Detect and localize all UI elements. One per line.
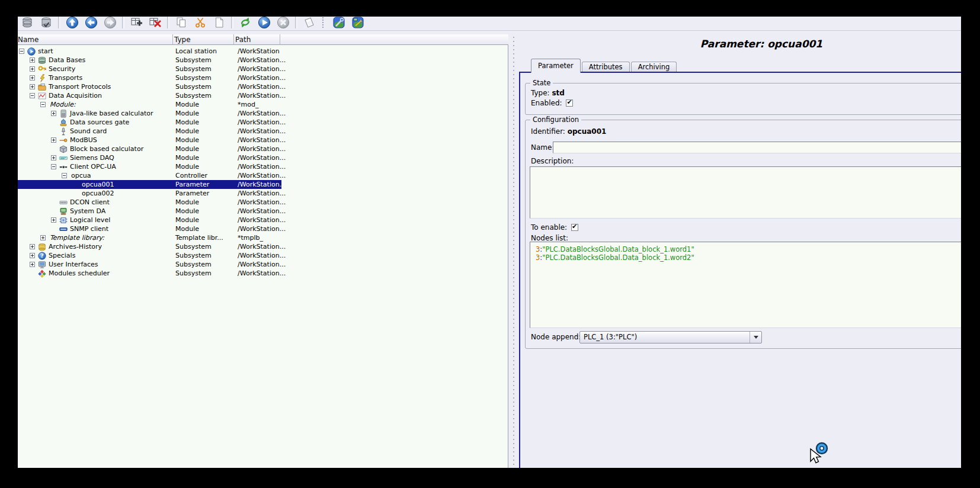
collapse-icon[interactable] [62,173,67,178]
toolbar-handle[interactable] [322,17,326,28]
back-button[interactable] [84,17,98,30]
tree-row-snmp-client[interactable]: SNMP clientModule/WorkStation... [18,224,281,233]
column-header-name[interactable]: Name [18,34,173,45]
tree-row-module[interactable]: Module:Module*mod_ [18,100,281,109]
clear-button[interactable] [302,17,316,30]
tree-row-sound-card[interactable]: Sound cardModule/WorkStation... [18,127,281,136]
tree-row-modbus[interactable]: ModBUSModule/WorkStation... [18,136,281,145]
forward-button[interactable] [103,17,117,30]
tree-row-transports[interactable]: TransportsSubsystem/WorkStation... [18,73,281,82]
collapse-icon[interactable] [19,49,24,54]
tree-item-path: /WorkStation... [238,118,286,127]
tree-item-path: /WorkStation [238,47,280,56]
tree-row-user-interfaces[interactable]: User InterfacesSubsystem/WorkStation... [18,260,281,269]
globe-wrench-icon [332,17,345,29]
tree-item-label: Block based calculator [70,145,143,153]
tree-item-type: Module [175,100,199,109]
expand-icon[interactable] [30,66,35,72]
tree-row-template-library[interactable]: Template library:Template libr...*tmplb_ [18,233,281,242]
delete-item-button[interactable] [148,17,162,30]
plus-line [32,68,33,70]
to-enable-checkbox[interactable] [571,224,578,231]
tree-item-label: System DA [70,207,105,216]
tree-row-opcua002[interactable]: opcua002Parameter/WorkStation... [18,189,281,198]
tree-row-dcon-client[interactable]: DCON clientModule/WorkStation... [18,198,281,207]
tree-item-label: opcua001 [82,180,114,189]
stop-button[interactable] [276,17,290,30]
expand-icon[interactable] [30,253,35,258]
module-tools-button[interactable] [332,17,346,30]
snmp-icon [59,224,68,233]
refresh-icon [239,17,252,29]
column-header-path[interactable]: Path [234,34,280,45]
expand-icon[interactable] [30,75,35,81]
panel-splitter[interactable] [511,34,517,468]
nodes-list-editor[interactable]: 3:"PLC.DataBlocksGlobal.Data_block_1.wor… [530,242,961,328]
name-input[interactable] [553,142,961,153]
parameter-tab-content: State Type: std Enabled: Configuration I… [519,72,961,468]
tree-row-data-sources-gate[interactable]: Data sources gateModule/WorkStation... [18,118,281,127]
tree-row-security[interactable]: SecuritySubsystem/WorkStation... [18,65,281,73]
tree-item-type: Subsystem [175,73,212,82]
paste-item-button[interactable] [212,17,226,30]
expand-icon[interactable] [51,111,56,116]
tree-item-path: /WorkStation... [238,171,286,180]
tree-item-type: Parameter [175,180,209,189]
application-window: Name Type Path startLocal station/WorkSt… [18,17,961,468]
cut-item-button[interactable] [193,17,207,30]
minus-line [52,166,55,167]
tree-row-opcua[interactable]: opcuaController/WorkStation... [18,171,281,180]
copy-item-button[interactable] [174,17,188,30]
collapse-icon[interactable] [51,164,56,169]
to-enable-label: To enable: [531,223,567,232]
configuration-group-legend: Configuration [530,115,581,124]
navigation-tree: Name Type Path startLocal station/WorkSt… [18,34,508,468]
expand-icon[interactable] [51,137,56,143]
tree-row-data-acquisition[interactable]: Data AcquisitionSubsystem/WorkStation... [18,91,281,100]
tree-row-opcua001[interactable]: opcua001Parameter/WorkStation... [18,180,281,189]
tree-item-label: start [38,47,53,56]
tree-item-type: Module [175,118,199,127]
module-links-button[interactable] [351,17,365,30]
expand-icon[interactable] [30,244,35,249]
tree-row-specials[interactable]: ?SpecialsSubsystem/WorkStation... [18,251,281,260]
tab-parameter[interactable]: Parameter [531,59,581,73]
minus-line [63,175,66,176]
enabled-checkbox[interactable] [566,99,573,107]
toolbar-separator [167,17,169,28]
start-button[interactable] [257,17,271,30]
tree-row-system-da[interactable]: System DAModule/WorkStation... [18,207,281,216]
expand-icon[interactable] [30,262,35,267]
tree-row-modules-scheduler[interactable]: Modules schedulerSubsystem/WorkStation..… [18,269,281,278]
tree-row-transport-protocols[interactable]: Transport ProtocolsSubsystem/WorkStation… [18,82,281,91]
expand-icon[interactable] [30,57,35,63]
plus-line [32,85,33,88]
tree-row-client-opc-ua[interactable]: Client OPC-UAModule/WorkStation... [18,162,281,171]
combo-dropdown-button[interactable] [750,332,761,343]
toolbar-separator [122,17,124,28]
expand-icon[interactable] [51,217,56,223]
load-from-db-button[interactable] [20,17,34,30]
tree-row-archives-history[interactable]: Archives-HistorySubsystem/WorkStation... [18,242,281,251]
tree-item-path: /WorkStation... [238,162,286,171]
description-textarea[interactable] [530,166,961,219]
refresh-button[interactable] [238,17,252,30]
tree-item-type: Module [175,224,199,233]
tree-row-siemens-daq[interactable]: Siemens DAQModule/WorkStation... [18,153,281,162]
expand-icon[interactable] [51,155,56,160]
collapse-icon[interactable] [40,102,46,107]
up-button[interactable] [65,17,79,30]
expand-icon[interactable] [30,84,35,89]
tree-row-start[interactable]: startLocal station/WorkStation [18,47,281,56]
save-to-db-button[interactable] [39,17,53,30]
column-header-type[interactable]: Type [173,34,234,45]
tree-item-type: Subsystem [175,269,212,278]
expand-icon[interactable] [40,235,46,240]
tree-row-block-based-calculator[interactable]: Block based calculatorModule/WorkStation… [18,145,281,153]
tree-row-data-bases[interactable]: Data BasesSubsystem/WorkStation... [18,56,281,65]
tree-row-java-like-based-calculator[interactable]: Java-like based calculatorModule/WorkSta… [18,109,281,118]
node-append-select[interactable]: PLC_1 (3:"PLC") [579,331,762,343]
add-item-button[interactable] [129,17,143,30]
collapse-icon[interactable] [30,93,35,98]
tree-row-logical-level[interactable]: Logical levelModule/WorkStation... [18,216,281,224]
